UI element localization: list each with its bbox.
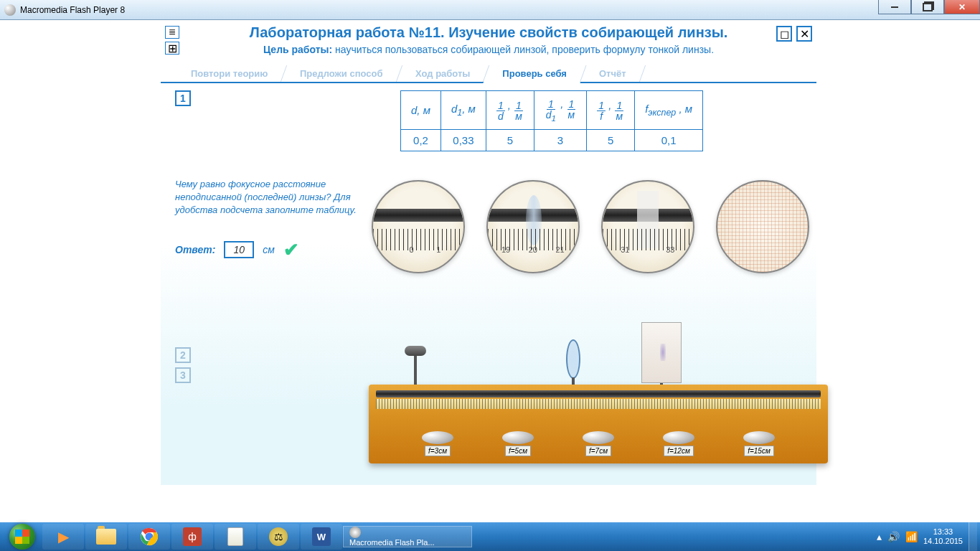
tab-report[interactable]: Отчёт xyxy=(580,65,646,82)
taskbar-media-player[interactable]: ▶ xyxy=(42,524,84,550)
taskbar-notepad[interactable] xyxy=(215,524,256,550)
close-button[interactable] xyxy=(944,0,980,14)
tab-theory[interactable]: Повтори теорию xyxy=(172,65,288,82)
cell-d[interactable]: 0,2 xyxy=(401,130,441,151)
question-1-button[interactable]: 1 xyxy=(175,90,191,106)
th-1d1: 1d1 , 1м xyxy=(534,91,586,130)
lens-button-7cm[interactable]: f=7см xyxy=(583,431,614,456)
taskbar-app-scales[interactable]: ⚖ xyxy=(258,524,299,550)
taskbar-running-flash[interactable]: Macromedia Flash Pla... xyxy=(343,526,472,547)
tabs-bar: Повтори теорию Предложи способ Ход работ… xyxy=(161,65,816,83)
calculator-icon[interactable]: ⊞ xyxy=(165,42,179,55)
question-2-button[interactable]: 2 xyxy=(175,347,191,363)
taskbar-app-red[interactable]: ф xyxy=(171,524,213,550)
exit-icon[interactable]: ✕ xyxy=(796,26,812,42)
check-icon[interactable]: ✔ xyxy=(283,239,299,261)
lens-button-5cm[interactable]: f=5см xyxy=(502,431,534,456)
lab-title: Лабораторная работа №11. Изучение свойст… xyxy=(168,24,809,41)
tray-up-icon[interactable]: ▴ xyxy=(877,531,882,542)
window-titlebar: Macromedia Flash Player 8 xyxy=(0,0,980,20)
fullscreen-icon[interactable]: ◻ xyxy=(776,26,792,42)
maximize-button[interactable] xyxy=(911,0,944,14)
bench-rail xyxy=(376,390,821,397)
lens-button-15cm[interactable]: f=15см xyxy=(743,431,775,456)
taskbar-word[interactable]: W xyxy=(301,524,342,550)
tray-clock[interactable]: 13:33 14.10.2015 xyxy=(923,527,963,546)
flash-app: ≡ ⊞ ◻ ✕ Лабораторная работа №11. Изучени… xyxy=(161,20,816,522)
magnifier-image[interactable] xyxy=(716,180,809,273)
window-title: Macromedia Flash Player 8 xyxy=(20,5,125,15)
tab-method[interactable]: Предложи способ xyxy=(281,65,402,82)
th-d: d, м xyxy=(401,91,441,130)
cell-1d[interactable]: 5 xyxy=(486,130,534,151)
th-d1: d1, м xyxy=(440,91,486,130)
menu-icon[interactable]: ≡ xyxy=(165,26,179,39)
question-3-button[interactable]: 3 xyxy=(175,367,191,383)
tab-procedure[interactable]: Ход работы xyxy=(397,65,490,82)
magnifier-screen[interactable]: 31 33 xyxy=(601,180,694,273)
minimize-button[interactable] xyxy=(878,0,911,14)
start-button[interactable] xyxy=(3,522,42,551)
answer-unit: см xyxy=(263,244,275,255)
show-desktop-button[interactable] xyxy=(969,522,977,551)
taskbar-explorer[interactable] xyxy=(85,524,127,550)
question-text: Чему равно фокусное расстояние неподписа… xyxy=(175,178,357,217)
answer-label: Ответ: xyxy=(175,244,215,255)
optical-bench: f=3см f=5см f=7см f=12см f=15см xyxy=(369,298,828,463)
magnifier-lens[interactable]: 19 20 21 xyxy=(486,180,580,273)
taskbar-chrome[interactable] xyxy=(128,524,170,550)
lab-goal: Цель работы: научиться пользоваться соби… xyxy=(168,44,809,55)
th-1d: 1d , 1м xyxy=(486,91,534,130)
taskbar: ▶ ф ⚖ W Macromedia Flash Pla... ▴ 🔊 📶 13… xyxy=(0,522,980,551)
tray-volume-icon[interactable]: 🔊 xyxy=(887,531,900,542)
cell-1d1[interactable]: 3 xyxy=(534,130,586,151)
lens-button-3cm[interactable]: f=3см xyxy=(422,431,453,456)
answer-input[interactable] xyxy=(224,241,254,258)
tab-check[interactable]: Проверь себя xyxy=(484,65,587,83)
projection-screen[interactable] xyxy=(641,322,682,392)
flash-icon xyxy=(4,4,16,16)
th-fexp: fэкспер , м xyxy=(635,91,703,130)
cell-1f[interactable]: 5 xyxy=(587,130,635,151)
bench-ruler xyxy=(376,399,821,409)
lens-button-12cm[interactable]: f=12см xyxy=(663,431,694,456)
tray-network-icon[interactable]: 📶 xyxy=(905,531,918,542)
data-table: d, м d1, м 1d , 1м 1d1 , 1м 1f , 1м fэкс… xyxy=(400,90,703,151)
magnifier-source[interactable]: 0 1 xyxy=(372,180,465,273)
th-1f: 1f , 1м xyxy=(587,91,635,130)
cell-d1[interactable]: 0,33 xyxy=(440,130,486,151)
cell-fexp[interactable]: 0,1 xyxy=(635,130,703,151)
